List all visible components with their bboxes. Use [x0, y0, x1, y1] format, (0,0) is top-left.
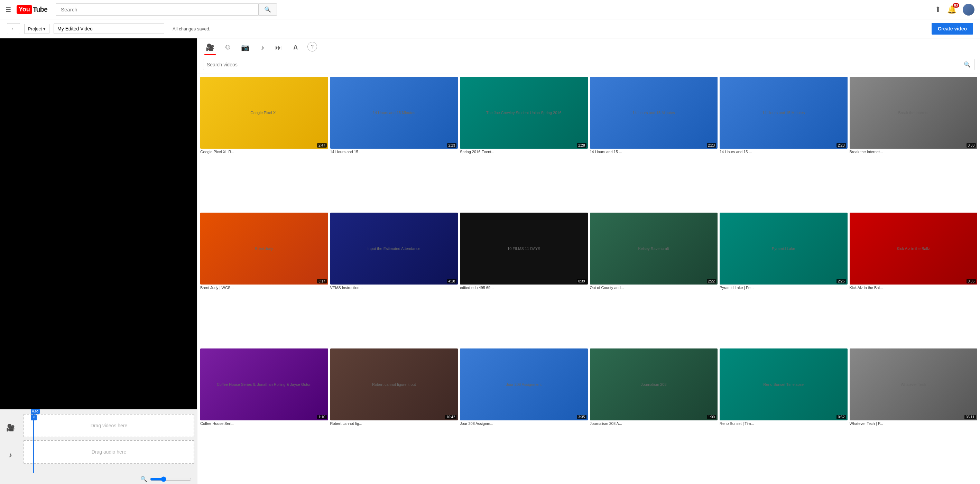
- video-card-6[interactable]: Brent Judy 3:17 Brent Judy | WCS...: [200, 213, 328, 346]
- audio-track-lane[interactable]: Drag audio here: [24, 440, 194, 463]
- video-title: Kick Alz in the Bal...: [850, 286, 978, 290]
- video-thumb: Kelsey Ravencraft 2:22: [590, 213, 718, 284]
- video-thumb-bg: 14 Hours and 15 Minutes: [720, 77, 848, 149]
- video-thumb-bg: Pyramid Lake: [720, 213, 848, 284]
- video-thumb: 14 Hours and 15 Minutes 2:23: [590, 77, 718, 149]
- zoom-slider[interactable]: [150, 476, 192, 482]
- video-title: Robert cannot fig...: [330, 421, 458, 425]
- video-duration: 10:42: [445, 415, 457, 419]
- video-thumb-bg: Kick Alz in the Ballz: [850, 213, 978, 284]
- tab-text[interactable]: A: [292, 39, 299, 55]
- video-thumb: 14 Hours and 15 Minutes 2:23: [720, 77, 848, 149]
- video-duration: 0:30: [967, 143, 976, 148]
- video-thumb-bg: Kelsey Ravencraft: [590, 213, 718, 284]
- video-title: VEMS Instruction...: [330, 286, 458, 290]
- video-duration: 2:47: [317, 143, 326, 148]
- video-thumb: Journalism 208 1:00: [590, 349, 718, 421]
- video-track-lane[interactable]: Drag videos here: [24, 414, 194, 437]
- video-duration: 0:52: [837, 415, 846, 419]
- track-icons: 🎥 ♪: [0, 410, 21, 473]
- video-card-14[interactable]: Jour 208 Assignment 3:35 Jour 208 Assign…: [460, 349, 588, 482]
- video-thumb-bg: 14 Hours and 15 Minutes: [590, 77, 718, 149]
- toolbar: ← Project ▾ All changes saved. Create vi…: [0, 19, 980, 38]
- back-button[interactable]: ←: [7, 23, 20, 34]
- video-duration: 0:35: [967, 279, 976, 284]
- main-content: 🎥 ♪ 0:00 ✕ Drag videos here D: [0, 38, 980, 484]
- video-thumb-bg: The Joe Crowley Student Union Spring 201…: [460, 77, 588, 149]
- video-thumb: Reno Sunset Timelapse 0:52: [720, 349, 848, 421]
- tab-videos[interactable]: 🎥: [204, 38, 216, 55]
- video-thumb-bg: Brent Judy: [200, 213, 328, 284]
- video-title: Jour 208 Assignm...: [460, 421, 588, 425]
- video-thumb-bg: Reno Sunset Timelapse: [720, 349, 848, 421]
- tab-photos[interactable]: 📷: [240, 38, 251, 55]
- video-thumb: 10 FILMS 11 DAYS 0:39: [460, 213, 588, 284]
- search-videos-icon: 🔍: [964, 61, 970, 68]
- project-dropdown[interactable]: Project ▾: [24, 24, 49, 34]
- video-card-2[interactable]: The Joe Crowley Student Union Spring 201…: [460, 77, 588, 211]
- video-title: Spring 2016 Event...: [460, 150, 588, 154]
- right-panel: 🎥 © 📷 ♪ ⏭ A ? 🔍 Google Pixel XL 2:47 Goo…: [197, 38, 980, 484]
- video-card-16[interactable]: Reno Sunset Timelapse 0:52 Reno Sunset |…: [720, 349, 848, 482]
- avatar[interactable]: [963, 4, 974, 16]
- video-thumb-bg: Break the Internet: [850, 77, 978, 149]
- timeline-bottom: 🔍: [0, 473, 197, 484]
- video-card-5[interactable]: Break the Internet 0:30 Break the Intern…: [850, 77, 978, 211]
- search-input[interactable]: [56, 3, 258, 16]
- video-thumb: Google Pixel XL 2:47: [200, 77, 328, 149]
- upload-icon[interactable]: ⬆: [935, 5, 941, 14]
- video-duration: 3:35: [577, 415, 586, 419]
- video-track-label: Drag videos here: [91, 423, 127, 428]
- video-card-0[interactable]: Google Pixel XL 2:47 Google Pixel XL R..…: [200, 77, 328, 211]
- nav-icons: ⬆ 🔔 83: [935, 4, 974, 16]
- video-thumb: Kick Alz in the Ballz 0:35: [850, 213, 978, 284]
- video-thumb-bg: 14 Hours and 15 Minutes: [330, 77, 458, 149]
- video-thumb: The Joe Crowley Student Union Spring 201…: [460, 77, 588, 149]
- video-card-7[interactable]: Input the Estimated Attendance 4:18 VEMS…: [330, 213, 458, 346]
- video-card-1[interactable]: 14 Hours and 15 Minutes 2:23 14 Hours an…: [330, 77, 458, 211]
- video-card-9[interactable]: Kelsey Ravencraft 2:22 Out of County and…: [590, 213, 718, 346]
- tab-help[interactable]: ?: [307, 42, 317, 51]
- video-card-8[interactable]: 10 FILMS 11 DAYS 0:39 edited edu 495 69.…: [460, 213, 588, 346]
- video-title: 14 Hours and 15 ...: [720, 150, 848, 154]
- video-card-3[interactable]: 14 Hours and 15 Minutes 2:23 14 Hours an…: [590, 77, 718, 211]
- video-thumb-bg: Journalism 208: [590, 349, 718, 421]
- video-duration: 0:39: [577, 279, 586, 284]
- notifications-icon[interactable]: 🔔 83: [947, 5, 956, 14]
- video-track-icon: 🎥: [6, 424, 15, 432]
- video-card-15[interactable]: Journalism 208 1:00 Journalism 208 A...: [590, 349, 718, 482]
- video-card-12[interactable]: Coffee House Series ft. Jonathan Rolling…: [200, 349, 328, 482]
- video-duration: 2:23: [707, 143, 716, 148]
- panel-tabs: 🎥 © 📷 ♪ ⏭ A ?: [197, 38, 980, 55]
- video-thumb: Whatever Tech 35:11: [850, 349, 978, 421]
- video-card-17[interactable]: Whatever Tech 35:11 Whatever Tech | P...: [850, 349, 978, 482]
- video-title: Whatever Tech | P...: [850, 421, 978, 425]
- video-title: 14 Hours and 15 ...: [330, 150, 458, 154]
- tab-cc[interactable]: ©: [224, 39, 231, 55]
- video-card-13[interactable]: Robert cannot figure it out 10:42 Robert…: [330, 349, 458, 482]
- create-video-button[interactable]: Create video: [932, 23, 973, 35]
- video-card-11[interactable]: Kick Alz in the Ballz 0:35 Kick Alz in t…: [850, 213, 978, 346]
- video-card-10[interactable]: Pyramid Lake 2:25 Pyramid Lake | Fe...: [720, 213, 848, 346]
- project-name-input[interactable]: [54, 24, 164, 34]
- video-thumb-bg: Jour 208 Assignment: [460, 349, 588, 421]
- search-button[interactable]: 🔍: [258, 3, 277, 16]
- video-thumb-bg: Input the Estimated Attendance: [330, 213, 458, 284]
- video-preview: [0, 38, 197, 409]
- youtube-logo[interactable]: YouTube: [17, 5, 48, 14]
- search-videos-input[interactable]: [207, 62, 964, 67]
- tab-music[interactable]: ♪: [259, 39, 266, 55]
- video-thumb: Coffee House Series ft. Jonathan Rolling…: [200, 349, 328, 421]
- menu-icon[interactable]: ☰: [6, 6, 11, 13]
- tab-transitions[interactable]: ⏭: [274, 39, 283, 55]
- video-duration: 1:00: [707, 415, 716, 419]
- search-bar: 🔍: [56, 3, 277, 16]
- video-title: Out of County and...: [590, 286, 718, 290]
- video-title: Pyramid Lake | Fe...: [720, 286, 848, 290]
- video-title: Journalism 208 A...: [590, 421, 718, 425]
- zoom-out-icon[interactable]: 🔍: [140, 476, 147, 482]
- video-card-4[interactable]: 14 Hours and 15 Minutes 2:23 14 Hours an…: [720, 77, 848, 211]
- timeline-area: 🎥 ♪ 0:00 ✕ Drag videos here D: [0, 409, 197, 484]
- video-duration: 2:22: [707, 279, 716, 284]
- video-thumb-bg: Robert cannot figure it out: [330, 349, 458, 421]
